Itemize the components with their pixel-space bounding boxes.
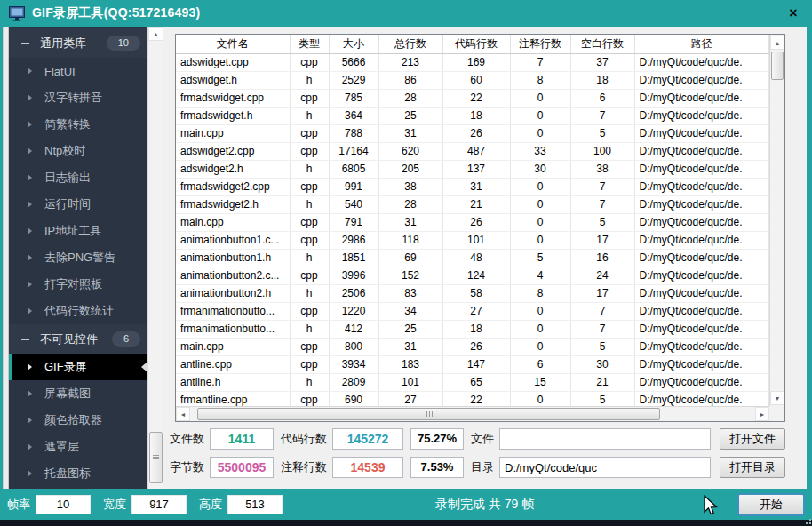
scroll-left-arrow-icon[interactable]: ◄ [176,407,190,421]
selected-accent-bar [9,58,12,84]
width-input[interactable] [131,495,187,514]
table-row[interactable]: frmadswidget.hh364251807D:/myQt/code/quc… [176,107,769,124]
window-title: GIF录屏工具(QQ:517216493) [32,5,200,21]
column-header[interactable]: 文件名 [176,35,290,53]
table-row[interactable]: frmanimationbutto...cpp1220342707D:/myQt… [176,302,769,320]
sidebar-item[interactable]: 打字对照板 [9,271,147,298]
sidebar-group-header[interactable]: 不可见控件 6 [9,324,147,354]
open-directory-button[interactable]: 打开目录 [720,457,785,478]
table-cell: 33 [510,142,570,160]
open-file-button[interactable]: 打开文件 [720,428,785,450]
scroll-up-arrow-icon[interactable]: ▲ [770,36,784,50]
width-label: 宽度 [103,497,126,513]
column-header[interactable]: 代码行数 [442,35,510,53]
scroll-right-arrow-icon[interactable]: ► [755,407,769,421]
table-row[interactable]: adswidget2.hh68052051373038D:/myQt/code/… [176,160,769,178]
table-row[interactable]: antline.cppcpp3934183147630D:/myQt/code/… [176,355,769,373]
sidebar-group-header[interactable]: 通用类库 10 [9,28,147,58]
sidebar-item[interactable]: 简繁转换 [9,111,147,138]
table-cell: 0 [510,178,570,195]
table-cell: 5666 [329,53,378,71]
content-area: 通用类库 10 FlatUI 汉字转拼音 简繁转换 Ntp校时 日志输出 运行时… [3,27,807,489]
sidebar-item[interactable]: 托盘图标 [9,460,147,487]
sidebar-item[interactable]: 代码行数统计 [9,298,147,324]
start-button[interactable]: 开始 [737,493,805,516]
sidebar-item-label: 去除PNG警告 [44,250,115,266]
table-cell: h [290,107,329,124]
table-cell: adswidget.cpp [176,53,290,71]
table-horizontal-scrollbar[interactable]: ◄ ► [176,406,769,421]
table-row[interactable]: adswidget.hh25298660818D:/myQt/code/quc/… [176,71,769,89]
column-header[interactable]: 大小 [329,35,378,53]
sidebar-item-label: GIF录屏 [44,359,87,375]
table-row[interactable]: antline.hh2809101651521D:/myQt/code/quc/… [176,373,769,391]
chevron-right-icon [28,307,32,315]
sidebar-scrollbar-thumb[interactable] [149,432,163,483]
table-row[interactable]: animationbutton2.c...cpp3996152124424D:/… [176,267,769,284]
sidebar-item[interactable]: 遮罩层 [9,434,147,460]
table-row[interactable]: main.cppcpp791312605D:/myQt/code/quc/de. [176,213,769,231]
table-row[interactable]: frmadswidget2.hh540282107D:/myQt/code/qu… [176,195,769,213]
column-header[interactable]: 总行数 [378,35,442,53]
sidebar-group-label: 不可见控件 [40,331,112,347]
directory-path-input[interactable] [499,457,711,478]
sidebar-item[interactable]: Ntp校时 [9,138,147,164]
table-cell: D:/myQt/code/quc/de. [634,231,769,249]
scroll-up-arrow-icon[interactable]: ▲ [148,27,163,41]
chevron-right-icon [28,121,32,128]
sidebar-scrollbar[interactable]: ▲ [147,27,163,489]
status-text: 录制完成 共 79 帧 [435,497,534,513]
sidebar-item-label: 托盘图标 [44,466,91,482]
table-cell: main.cpp [176,213,290,231]
table-cell: 26 [442,338,510,355]
sidebar-item[interactable]: 去除PNG警告 [9,244,147,271]
table-cell: 0 [510,231,570,249]
table-row[interactable]: frmadswidget.cppcpp785282206D:/myQt/code… [176,89,769,107]
sidebar-item[interactable]: GIF录屏 [9,354,147,380]
table-cell: D:/myQt/code/quc/de. [634,195,769,213]
sidebar-item[interactable]: IP地址工具 [9,218,147,244]
frame-rate-input[interactable] [36,495,91,514]
table-cell: cpp [290,89,329,107]
column-header[interactable]: 类型 [290,35,329,53]
table-vertical-scrollbar[interactable]: ▲ ▼ [769,35,784,406]
sidebar-item[interactable]: 屏幕截图 [9,380,147,407]
horizontal-scrollbar-thumb[interactable] [197,408,660,420]
scroll-down-arrow-icon[interactable]: ▼ [770,391,784,405]
table-row[interactable]: frmanimationbutto...h412251807D:/myQt/co… [176,320,769,338]
table-cell: 0 [510,302,570,320]
table-row[interactable]: main.cppcpp788312605D:/myQt/code/quc/de. [176,124,769,142]
height-input[interactable] [227,495,283,514]
table-row[interactable]: adswidget2.cppcpp1716462048733100D:/myQt… [176,142,769,160]
table-row[interactable]: animationbutton1.hh18516948516D:/myQt/co… [176,249,769,267]
table-row[interactable]: frmadswidget2.cppcpp991383107D:/myQt/cod… [176,178,769,195]
table-cell: frmadswidget.cpp [176,89,290,107]
table-cell: 15 [510,373,570,391]
table-cell: 0 [510,213,570,231]
sidebar-item-label: 日志输出 [44,170,91,186]
selected-accent-bar [9,244,12,271]
sidebar-item[interactable]: 颜色拾取器 [9,407,147,434]
table-cell: 25 [378,320,442,338]
table-row[interactable]: main.cppcpp800312605D:/myQt/code/quc/de. [176,338,769,355]
table-row[interactable]: animationbutton2.hh25068358817D:/myQt/co… [176,284,769,302]
table-cell: 7 [570,178,634,195]
sidebar-item[interactable]: FlatUI [9,58,147,84]
sidebar-item[interactable]: 运行时间 [9,191,147,218]
resize-grip-icon[interactable] [802,517,811,526]
table-cell: animationbutton1.h [176,249,290,267]
sidebar-item[interactable]: 日志输出 [9,164,147,191]
close-icon[interactable]: × [784,4,803,23]
selected-accent-bar [9,164,12,191]
column-header[interactable]: 路径 [634,35,769,53]
file-path-input[interactable] [499,428,711,450]
column-header[interactable]: 注释行数 [510,35,570,53]
vertical-scrollbar-thumb[interactable] [771,52,784,80]
sidebar-item-label: 简繁转换 [44,116,91,132]
table-cell: 118 [378,231,442,249]
table-row[interactable]: animationbutton1.c...cpp2986118101017D:/… [176,231,769,249]
sidebar-item[interactable]: 汉字转拼音 [9,84,147,111]
column-header[interactable]: 空白行数 [570,35,634,53]
chevron-right-icon [28,201,32,208]
table-row[interactable]: adswidget.cppcpp5666213169737D:/myQt/cod… [176,53,769,71]
